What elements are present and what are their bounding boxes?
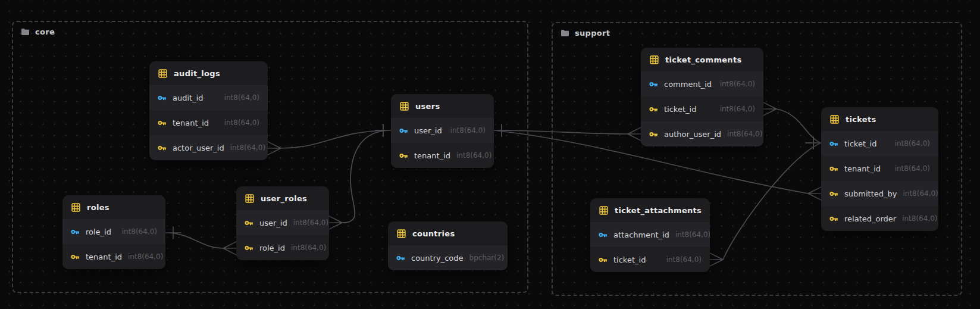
primary-key-icon (649, 80, 658, 89)
group-name: core (35, 27, 55, 36)
field-type: int8(64,0) (895, 164, 930, 173)
field-row-author_user_id[interactable]: author_user_idint8(64,0) (641, 121, 763, 146)
field-type: int8(64,0) (675, 230, 710, 239)
foreign-key-icon (71, 252, 80, 261)
field-row-role_id[interactable]: role_idint8(64,0) (62, 219, 165, 244)
field-name: tenant_id (414, 151, 450, 160)
field-type: int8(64,0) (902, 214, 937, 223)
primary-key-icon (158, 93, 167, 102)
table-ticket_attachments[interactable]: ticket_attachmentsattachment_idint8(64,0… (590, 198, 710, 272)
field-name: attachment_id (613, 230, 669, 239)
table-title: users (415, 102, 440, 111)
field-type: int8(64,0) (727, 130, 762, 138)
field-row-tenant_id[interactable]: tenant_idint8(64,0) (62, 244, 165, 269)
field-type: int8(64,0) (224, 93, 259, 102)
folder-icon (21, 28, 30, 36)
table-header[interactable]: audit_logs (149, 61, 268, 85)
foreign-key-icon (158, 143, 167, 152)
field-name: role_id (259, 244, 285, 252)
field-row-ticket_id[interactable]: ticket_idint8(64,0) (590, 247, 710, 272)
table-audit_logs[interactable]: audit_logsaudit_idint8(64,0)tenant_idint… (149, 61, 268, 160)
field-type: int8(64,0) (903, 189, 938, 198)
table-icon (599, 206, 608, 215)
field-name: related_order (844, 214, 896, 223)
field-type: bpchar(2) (469, 254, 505, 262)
field-name: author_user_id (664, 130, 721, 139)
field-name: role_id (86, 227, 111, 236)
table-title: audit_logs (174, 69, 220, 78)
field-row-audit_id[interactable]: audit_idint8(64,0) (149, 85, 268, 110)
table-title: roles (87, 203, 109, 212)
foreign-key-icon (829, 164, 838, 173)
field-name: tenant_id (844, 164, 881, 173)
field-name: ticket_id (613, 255, 646, 264)
table-tickets[interactable]: ticketsticket_idint8(64,0)tenant_idint8(… (821, 107, 938, 231)
field-name: user_id (259, 219, 287, 227)
table-icon (158, 69, 167, 78)
field-name: tenant_id (173, 118, 209, 127)
field-name: audit_id (173, 93, 203, 102)
table-users[interactable]: usersuser_idint8(64,0)tenant_idint8(64,0… (391, 94, 494, 168)
table-header[interactable]: users (391, 94, 494, 118)
table-header[interactable]: user_roles (236, 186, 329, 210)
table-icon (400, 102, 409, 111)
foreign-key-icon (599, 255, 608, 264)
field-row-submitted_by[interactable]: submitted_byint8(64,0) (821, 181, 938, 206)
field-name: ticket_id (844, 139, 876, 148)
table-header[interactable]: ticket_comments (641, 48, 763, 71)
table-icon (830, 115, 839, 124)
field-type: int8(64,0) (122, 227, 157, 236)
table-roles[interactable]: rolesrole_idint8(64,0)tenant_idint8(64,0… (62, 195, 165, 269)
field-row-ticket_id[interactable]: ticket_idint8(64,0) (821, 131, 938, 156)
field-type: int8(64,0) (720, 80, 755, 88)
table-icon (397, 229, 406, 238)
field-type: int8(64,0) (224, 118, 259, 127)
table-countries[interactable]: countriescountry_codebpchar(2) (388, 221, 508, 270)
field-row-user_id[interactable]: user_idint8(64,0) (391, 118, 494, 143)
table-title: ticket_attachments (615, 206, 702, 215)
field-row-actor_user_id[interactable]: actor_user_idint8(64,0) (149, 135, 268, 160)
table-header[interactable]: countries (388, 221, 508, 245)
field-row-tenant_id[interactable]: tenant_idint8(64,0) (391, 143, 494, 168)
group-label[interactable]: core (21, 27, 55, 36)
primary-key-icon (829, 139, 838, 148)
field-type: int8(64,0) (895, 139, 930, 148)
table-title: ticket_comments (665, 55, 741, 64)
table-ticket_comments[interactable]: ticket_commentscomment_idint8(64,0)ticke… (641, 48, 763, 146)
field-row-related_order[interactable]: related_orderint8(64,0) (821, 206, 938, 231)
field-row-country_code[interactable]: country_codebpchar(2) (388, 245, 508, 270)
table-user_roles[interactable]: user_rolesuser_idint8(64,0)role_idint8(6… (236, 186, 329, 260)
table-header[interactable]: ticket_attachments (590, 198, 710, 222)
field-row-tenant_id[interactable]: tenant_idint8(64,0) (149, 110, 268, 135)
group-label[interactable]: support (561, 29, 610, 38)
field-row-comment_id[interactable]: comment_idint8(64,0) (641, 71, 763, 96)
field-type: int8(64,0) (450, 126, 486, 135)
table-title: user_roles (261, 194, 307, 203)
field-name: tenant_id (86, 252, 122, 261)
primary-key-icon (396, 254, 405, 263)
field-type: int8(64,0) (456, 151, 491, 160)
primary-key-icon (71, 227, 80, 236)
foreign-key-icon (399, 151, 408, 160)
table-icon (245, 194, 254, 203)
field-row-ticket_id[interactable]: ticket_idint8(64,0) (641, 96, 763, 121)
er-diagram-canvas[interactable]: coresupportaudit_logsaudit_idint8(64,0)t… (0, 0, 980, 309)
field-name: actor_user_id (173, 143, 224, 152)
foreign-key-icon (158, 118, 167, 127)
field-type: int8(64,0) (230, 143, 265, 152)
table-header[interactable]: tickets (821, 107, 938, 131)
field-type: int8(64,0) (666, 255, 702, 264)
field-row-tenant_id[interactable]: tenant_idint8(64,0) (821, 156, 938, 181)
field-row-user_id[interactable]: user_idint8(64,0) (236, 210, 329, 235)
field-row-role_id[interactable]: role_idint8(64,0) (236, 235, 329, 260)
table-header[interactable]: roles (62, 195, 165, 219)
table-icon (71, 203, 80, 212)
foreign-key-icon (649, 105, 658, 114)
table-icon (650, 55, 659, 64)
table-title: tickets (846, 115, 876, 124)
foreign-key-icon (829, 214, 838, 223)
field-name: country_code (411, 254, 464, 263)
foreign-key-icon (245, 219, 253, 227)
group-name: support (575, 29, 610, 38)
field-row-attachment_id[interactable]: attachment_idint8(64,0) (590, 222, 710, 247)
